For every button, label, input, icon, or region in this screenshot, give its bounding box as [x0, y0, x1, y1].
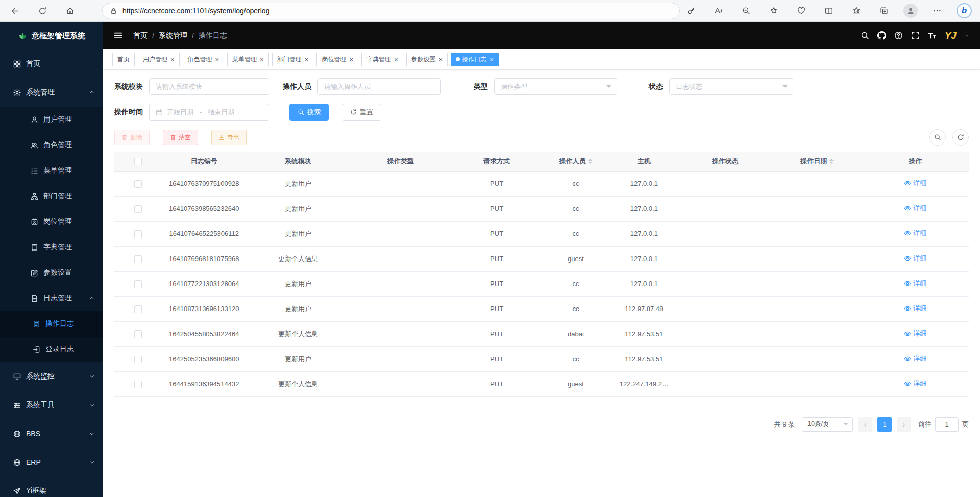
split-screen-button[interactable]: [821, 3, 837, 19]
tab-operlog[interactable]: 操作日志 ×: [451, 53, 499, 66]
zoom-out-button[interactable]: [738, 3, 754, 19]
next-page-button[interactable]: ›: [897, 417, 911, 432]
address-bar[interactable]: https://ccnetcore.com:1101/system/log/op…: [102, 3, 680, 19]
status-select[interactable]: 日志状态: [669, 78, 793, 95]
close-icon[interactable]: ×: [394, 56, 398, 63]
sidebar-item-monitor[interactable]: 系统监控: [0, 362, 103, 391]
sidebar-item-home[interactable]: 首页: [0, 50, 103, 78]
detail-link[interactable]: 详细: [904, 179, 926, 188]
sidebar-item-menu[interactable]: 菜单管理: [0, 158, 103, 183]
close-icon[interactable]: ×: [260, 56, 264, 63]
sidebar-item-dept[interactable]: 部门管理: [0, 183, 103, 209]
tab-menu[interactable]: 菜单管理 ×: [227, 53, 269, 66]
row-checkbox[interactable]: [134, 381, 142, 388]
sidebar-item-tool[interactable]: 系统工具: [0, 391, 103, 419]
date-range-input[interactable]: 开始日期 - 结束日期: [149, 104, 270, 121]
chevron-down-icon[interactable]: [964, 33, 970, 38]
tab-role[interactable]: 角色管理 ×: [183, 53, 225, 66]
bing-copilot-button[interactable]: b: [957, 3, 972, 18]
goto-page-input[interactable]: [935, 417, 959, 432]
select-all-checkbox[interactable]: [134, 158, 142, 165]
sidebar-item-log[interactable]: 日志管理: [0, 286, 103, 311]
breadcrumb-home[interactable]: 首页: [133, 31, 148, 40]
app-logo[interactable]: 意框架管理系统: [0, 22, 103, 50]
read-aloud-button[interactable]: [710, 3, 727, 19]
breadcrumb-system[interactable]: 系统管理: [159, 31, 187, 40]
detail-link[interactable]: 详细: [904, 204, 926, 213]
sidebar-item-loginlog[interactable]: 登录日志: [0, 337, 103, 362]
row-checkbox[interactable]: [134, 305, 142, 313]
col-operator[interactable]: 操作人员: [542, 152, 610, 171]
tab-dept[interactable]: 部门管理 ×: [272, 53, 314, 66]
detail-link[interactable]: 详细: [904, 304, 926, 313]
row-checkbox[interactable]: [134, 230, 142, 238]
refresh-table-button[interactable]: [952, 129, 969, 146]
close-icon[interactable]: ×: [439, 56, 443, 63]
fullscreen-icon[interactable]: [911, 31, 920, 40]
settings-more-button[interactable]: [929, 3, 945, 19]
sidebar-item-operlog[interactable]: 操作日志: [0, 311, 103, 337]
close-icon[interactable]: ×: [215, 56, 219, 63]
detail-link[interactable]: 详细: [904, 354, 926, 363]
search-button[interactable]: 搜索: [289, 104, 329, 121]
sidebar-item-dict[interactable]: 字典管理: [0, 234, 103, 260]
page-size-select[interactable]: 10条/页: [802, 417, 853, 432]
search-icon[interactable]: [861, 31, 869, 40]
sidebar-item-bbs[interactable]: BBS: [0, 419, 103, 448]
sidebar-item-system[interactable]: 系统管理: [0, 78, 103, 107]
collections-button[interactable]: [876, 3, 892, 19]
tab-post[interactable]: 岗位管理 ×: [316, 53, 358, 66]
row-checkbox[interactable]: [134, 330, 142, 338]
profile-button[interactable]: [903, 4, 918, 18]
reload-button[interactable]: [34, 2, 51, 19]
close-icon[interactable]: ×: [489, 56, 494, 63]
sidebar-item-config[interactable]: 参数设置: [0, 260, 103, 286]
detail-link[interactable]: 详细: [904, 254, 926, 263]
close-icon[interactable]: ×: [305, 56, 309, 63]
add-favorite-button[interactable]: [766, 3, 782, 19]
sort-icon[interactable]: [829, 159, 834, 164]
sort-icon[interactable]: [588, 159, 592, 164]
github-icon[interactable]: [877, 31, 886, 40]
user-logo[interactable]: YJ: [945, 30, 956, 41]
delete-button[interactable]: 删除: [114, 130, 150, 145]
row-checkbox[interactable]: [134, 180, 142, 188]
tab-user[interactable]: 用户管理 ×: [138, 53, 180, 66]
type-select[interactable]: 操作类型: [494, 78, 617, 95]
toggle-search-button[interactable]: [929, 129, 946, 146]
sidebar-item-post[interactable]: 岗位管理: [0, 209, 103, 234]
tab-home[interactable]: 首页: [112, 53, 135, 66]
close-icon[interactable]: ×: [170, 56, 175, 63]
font-size-icon[interactable]: [928, 31, 937, 40]
module-input[interactable]: [149, 78, 270, 95]
row-checkbox[interactable]: [134, 356, 142, 363]
clear-button[interactable]: 清空: [163, 130, 198, 145]
back-button[interactable]: [6, 2, 23, 19]
help-icon[interactable]: [894, 31, 903, 40]
password-key-button[interactable]: [683, 3, 699, 19]
tab-dict[interactable]: 字典管理 ×: [361, 53, 403, 66]
row-checkbox[interactable]: [134, 205, 142, 213]
sidebar-item-yiframe[interactable]: Yi框架: [0, 477, 103, 497]
operator-input[interactable]: [317, 78, 441, 95]
browser-essentials-button[interactable]: [793, 3, 810, 19]
close-icon[interactable]: ×: [349, 56, 353, 63]
sidebar-item-role[interactable]: 角色管理: [0, 132, 103, 158]
row-checkbox[interactable]: [134, 255, 142, 263]
detail-link[interactable]: 详细: [904, 379, 926, 388]
reset-button[interactable]: 重置: [342, 104, 381, 121]
detail-link[interactable]: 详细: [904, 329, 926, 338]
row-checkbox[interactable]: [134, 280, 142, 288]
export-button[interactable]: 导出: [211, 130, 247, 145]
sidebar-item-erp[interactable]: ERP: [0, 448, 103, 477]
detail-link[interactable]: 详细: [904, 279, 926, 288]
hamburger-icon[interactable]: [113, 31, 123, 40]
tab-config[interactable]: 参数设置 ×: [406, 53, 448, 66]
page-number-button[interactable]: 1: [877, 417, 892, 432]
prev-page-button[interactable]: ‹: [858, 417, 872, 432]
col-date[interactable]: 操作日期: [772, 152, 862, 171]
home-button[interactable]: [61, 2, 79, 19]
detail-link[interactable]: 详细: [904, 229, 926, 238]
sidebar-item-user[interactable]: 用户管理: [0, 107, 103, 132]
favorites-bar-button[interactable]: [848, 3, 865, 19]
